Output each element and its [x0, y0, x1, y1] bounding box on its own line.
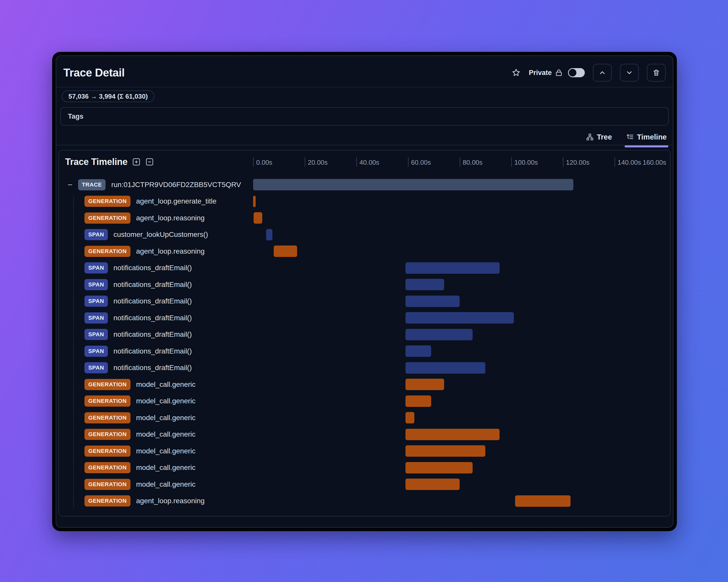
axis-tick: [460, 157, 460, 167]
star-icon[interactable]: [512, 68, 521, 77]
observation-name[interactable]: run:01JCTPR9VD06FD2ZBB5VCT5QRV: [111, 181, 241, 189]
timeline-row: GENERATIONmodel_call.generic: [59, 462, 670, 479]
observation-type-badge[interactable]: GENERATION: [84, 196, 130, 207]
observation-type-badge[interactable]: GENERATION: [84, 495, 130, 506]
observation-type-badge[interactable]: SPAN: [84, 262, 108, 274]
collapse-up-button[interactable]: [593, 64, 612, 82]
duration-bar[interactable]: [406, 412, 415, 423]
observation-type-badge[interactable]: SPAN: [84, 296, 108, 307]
timeline-row: GENERATIONmodel_call.generic: [59, 395, 670, 412]
observation-type-badge[interactable]: SPAN: [84, 345, 108, 357]
axis-tick-label: 100.00s: [514, 159, 538, 166]
observation-type-badge[interactable]: GENERATION: [84, 395, 130, 407]
observation-name[interactable]: notifications_draftEmail(): [113, 264, 192, 272]
observation-type-badge[interactable]: SPAN: [84, 312, 108, 324]
timeline-row: SPANnotifications_draftEmail(): [59, 312, 670, 329]
observation-type-badge[interactable]: GENERATION: [84, 479, 130, 490]
observation-name[interactable]: notifications_draftEmail(): [113, 347, 192, 355]
observation-name[interactable]: agent_loop.generate_title: [136, 197, 216, 205]
collapse-all-icon[interactable]: [145, 158, 154, 166]
row-label-group: GENERATIONagent_loop.reasoning: [59, 212, 253, 224]
observation-name[interactable]: notifications_draftEmail(): [113, 314, 192, 322]
observation-name[interactable]: notifications_draftEmail(): [113, 297, 192, 305]
observation-type-badge[interactable]: GENERATION: [84, 462, 130, 473]
timeline-row: SPANnotifications_draftEmail(): [59, 262, 670, 279]
duration-bar[interactable]: [406, 279, 444, 290]
timeline-row: SPANnotifications_draftEmail(): [59, 362, 670, 379]
observation-type-badge[interactable]: GENERATION: [84, 379, 130, 390]
duration-bar[interactable]: [406, 478, 460, 490]
tab-tree[interactable]: Tree: [584, 129, 614, 145]
observation-name[interactable]: model_call.generic: [136, 480, 196, 489]
duration-bar[interactable]: [253, 179, 573, 190]
duration-bar[interactable]: [406, 445, 486, 457]
observation-name[interactable]: model_call.generic: [136, 381, 196, 389]
observation-type-badge[interactable]: GENERATION: [84, 412, 130, 423]
duration-bar[interactable]: [406, 462, 473, 473]
observation-name[interactable]: customer_lookUpCustomers(): [113, 230, 208, 239]
observation-type-badge[interactable]: TRACE: [78, 179, 106, 190]
trash-icon: [652, 69, 660, 77]
duration-bar[interactable]: [254, 212, 262, 224]
header-divider: [56, 87, 673, 87]
privacy-toggle[interactable]: [568, 68, 585, 77]
duration-bar[interactable]: [406, 312, 514, 324]
toggle-knob: [569, 69, 576, 77]
duration-bar[interactable]: [406, 329, 473, 340]
timeline-row: SPANnotifications_draftEmail(): [59, 345, 670, 362]
observation-type-badge[interactable]: GENERATION: [84, 429, 130, 440]
collapse-toggle[interactable]: −: [68, 181, 73, 189]
expand-down-button[interactable]: [620, 64, 639, 82]
observation-type-badge[interactable]: GENERATION: [84, 445, 130, 457]
tags-box[interactable]: Tags: [60, 107, 669, 126]
row-label-group: SPANnotifications_draftEmail(): [59, 279, 253, 290]
duration-bar[interactable]: [406, 345, 432, 357]
observation-name[interactable]: model_call.generic: [136, 430, 196, 438]
duration-bar[interactable]: [406, 429, 500, 440]
expand-all-icon[interactable]: [132, 158, 141, 166]
tab-timeline[interactable]: Timeline: [625, 129, 668, 145]
observation-name[interactable]: notifications_draftEmail(): [113, 281, 192, 289]
observation-name[interactable]: model_call.generic: [136, 464, 196, 472]
observation-name[interactable]: agent_loop.reasoning: [136, 214, 205, 222]
duration-bar[interactable]: [253, 196, 256, 207]
duration-bar[interactable]: [406, 362, 486, 373]
duration-bar[interactable]: [266, 229, 272, 241]
observation-type-badge[interactable]: GENERATION: [84, 246, 130, 257]
observation-name[interactable]: model_call.generic: [136, 447, 196, 455]
row-chart-area: [253, 312, 666, 324]
observation-type-badge[interactable]: GENERATION: [84, 213, 130, 224]
duration-bar[interactable]: [406, 379, 444, 390]
axis-tick: [356, 157, 357, 167]
observation-type-badge[interactable]: SPAN: [84, 329, 108, 340]
observation-name[interactable]: model_call.generic: [136, 414, 196, 422]
observation-type-badge[interactable]: SPAN: [84, 279, 108, 290]
trace-detail-window: Trace Detail Private: [52, 52, 677, 531]
token-usage-badge[interactable]: 57,036 → 3,994 (Σ 61,030): [62, 90, 154, 102]
view-tabbar: Tree Timeline: [584, 129, 668, 145]
header-controls: Private: [512, 64, 666, 82]
observation-name[interactable]: agent_loop.reasoning: [136, 247, 205, 255]
observation-name[interactable]: agent_loop.reasoning: [136, 497, 205, 505]
duration-bar[interactable]: [406, 262, 500, 274]
duration-bar[interactable]: [274, 246, 297, 257]
row-chart-area: [253, 279, 666, 290]
row-chart-area: [253, 379, 666, 390]
timeline-icon: [626, 133, 634, 141]
observation-name[interactable]: model_call.generic: [136, 397, 196, 405]
row-label-group: SPANnotifications_draftEmail(): [59, 362, 253, 373]
observation-type-badge[interactable]: SPAN: [84, 229, 108, 240]
observation-name[interactable]: notifications_draftEmail(): [113, 330, 192, 338]
observation-type-badge[interactable]: SPAN: [84, 362, 108, 373]
delete-button[interactable]: [647, 64, 666, 82]
axis-tick-label: 80.00s: [463, 159, 483, 166]
tabbar-divider: [56, 145, 673, 145]
observation-name[interactable]: notifications_draftEmail(): [113, 364, 192, 372]
duration-bar[interactable]: [406, 395, 432, 407]
timeline-row: GENERATIONagent_loop.generate_title: [59, 196, 670, 213]
timeline-row: SPANnotifications_draftEmail(): [59, 279, 670, 296]
page-title: Trace Detail: [63, 66, 125, 79]
duration-bar[interactable]: [515, 495, 571, 507]
row-label-group: GENERATIONmodel_call.generic: [59, 462, 253, 473]
duration-bar[interactable]: [406, 296, 460, 307]
